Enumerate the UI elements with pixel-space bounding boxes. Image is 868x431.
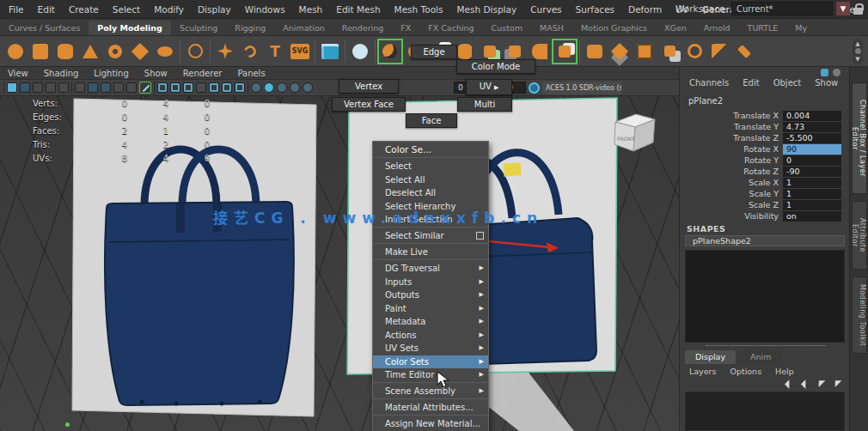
tab-display[interactable]: Display xyxy=(685,350,736,364)
wireframe-display-icon[interactable] xyxy=(251,82,261,93)
panel-menu-item[interactable]: View xyxy=(0,69,36,78)
channel-value-field[interactable]: -5.500 xyxy=(783,133,841,143)
marking-label-vertex-face[interactable]: Vertex Face xyxy=(332,97,406,112)
menu-item[interactable]: Surfaces xyxy=(569,0,621,19)
ui-table-icon[interactable] xyxy=(320,41,340,62)
context-menu-item[interactable]: Deselect All ▶ xyxy=(373,186,488,200)
boolean-icon[interactable] xyxy=(659,41,680,62)
context-menu-item[interactable]: Actions ▶ xyxy=(373,329,488,343)
channel-label[interactable]: Scale Z xyxy=(680,200,783,209)
poly-torus-icon[interactable] xyxy=(105,41,125,62)
poly-disc-icon[interactable] xyxy=(155,41,175,62)
tab-modeling-toolkit[interactable]: Modeling Toolkit xyxy=(852,276,867,354)
shape-channels-area[interactable] xyxy=(685,250,845,343)
workspace-dropdown-arrow-icon[interactable]: ▼ xyxy=(836,2,850,15)
menu-item[interactable]: Create xyxy=(62,0,106,19)
paint-select-icon[interactable] xyxy=(33,82,43,93)
fill-hole-icon[interactable] xyxy=(504,41,525,62)
channel-value-field[interactable]: -90 xyxy=(783,167,841,177)
context-menu-item[interactable]: Color Sets ▶ xyxy=(373,355,488,369)
channel-label[interactable]: Rotate Z xyxy=(680,167,783,176)
layer-list-area[interactable] xyxy=(685,392,845,431)
object-name[interactable]: pPlane2 xyxy=(688,96,723,106)
context-menu-item[interactable]: DG Traversal ▶ xyxy=(373,262,488,276)
snap-grid-icon[interactable] xyxy=(75,82,85,93)
panel-menu-item[interactable]: Renderer xyxy=(175,69,230,78)
panel-menu-item[interactable]: Lighting xyxy=(86,69,136,78)
layer-editor-menu-item[interactable]: Help xyxy=(769,367,800,376)
quadrangulate-icon[interactable] xyxy=(734,41,755,62)
node-editor-pane-icon[interactable] xyxy=(235,82,245,93)
platonic-solid-icon[interactable] xyxy=(185,41,205,62)
tab-channel-box-layer-editor[interactable]: Channel Box / Layer Editor xyxy=(852,82,867,194)
paint-vertex-color-icon[interactable] xyxy=(139,82,151,94)
shelf-tab[interactable]: XGen xyxy=(656,21,695,35)
two-pane-icon[interactable] xyxy=(170,82,180,93)
channel-value-field[interactable]: 0 xyxy=(783,155,841,166)
menu-item[interactable]: Windows xyxy=(238,0,292,19)
sculpt-tool-icon[interactable] xyxy=(350,41,370,62)
poly-cube-icon[interactable] xyxy=(30,41,51,62)
colorspace-label[interactable]: ACES 1.0 SDR-video (sRGB) xyxy=(542,82,621,94)
panel-menu-item[interactable]: Panels xyxy=(229,69,272,78)
shelf-scrollbar[interactable]: ▲ ▼ xyxy=(853,39,863,64)
context-menu-item[interactable]: Make Live ▶ xyxy=(373,246,488,260)
context-menu-item[interactable]: Material Attributes... ▶ xyxy=(373,401,488,416)
marking-label-face[interactable]: Face xyxy=(406,113,457,128)
lock-icon[interactable] xyxy=(853,3,863,15)
channel-value-field[interactable]: on xyxy=(783,211,841,222)
super-shape-icon[interactable] xyxy=(215,41,235,62)
curve-tool-icon[interactable] xyxy=(240,41,260,62)
menu-item[interactable]: Select xyxy=(106,0,147,19)
context-menu-item[interactable]: Assign New Material... ▶ xyxy=(373,417,488,431)
snap-plane-icon[interactable] xyxy=(113,82,124,93)
shelf-tab[interactable]: Custom xyxy=(483,21,531,35)
new-empty-layer-icon[interactable] xyxy=(785,379,795,389)
shelf-tab[interactable]: Curves / Surfaces xyxy=(0,21,89,35)
channel-value-field[interactable]: 1 xyxy=(783,178,841,188)
shelf-tab[interactable]: My xyxy=(786,21,816,35)
marking-label-multi[interactable]: Multi xyxy=(457,97,512,112)
pin-channel-box-icon[interactable] xyxy=(821,69,828,76)
channel-value-field[interactable]: 1 xyxy=(783,200,841,210)
shelf-tab[interactable]: Arnold xyxy=(695,21,739,35)
menu-item[interactable]: Deform xyxy=(621,0,669,19)
layer-editor-menu-item[interactable]: Layers xyxy=(683,367,722,376)
channel-label[interactable]: Scale X xyxy=(680,178,783,187)
channel-label[interactable]: Translate Z xyxy=(680,133,783,143)
append-polygon-icon[interactable] xyxy=(480,41,500,62)
type-tool-icon[interactable]: T xyxy=(265,41,285,62)
rotate-tool-icon[interactable] xyxy=(58,82,69,93)
channel-label[interactable]: Rotate Y xyxy=(680,155,783,165)
channel-box-menu-item[interactable]: Channels xyxy=(683,78,735,88)
option-box-icon[interactable] xyxy=(476,232,484,240)
marking-label-vertex[interactable]: Vertex xyxy=(339,79,399,94)
context-menu-item[interactable]: Paint ▶ xyxy=(373,302,488,316)
panel-splitter[interactable] xyxy=(706,345,826,346)
context-menu-item[interactable]: Outputs ▶ xyxy=(373,288,488,302)
textured-display-icon[interactable] xyxy=(277,82,287,93)
context-menu-item[interactable]: UV Sets ▶ xyxy=(373,342,488,355)
remesh-icon[interactable] xyxy=(684,41,705,62)
menu-item[interactable]: Modify xyxy=(147,0,191,19)
context-menu-item[interactable]: Select All ▶ xyxy=(373,173,488,187)
context-menu-item[interactable]: Time Editor ▶ xyxy=(373,368,488,383)
shelf-tab[interactable]: Sculpting xyxy=(171,21,226,35)
xray-display-icon[interactable] xyxy=(303,82,313,93)
context-menu-item[interactable]: Scene Assembly ▶ xyxy=(373,385,488,399)
menu-item[interactable]: Curves xyxy=(523,0,568,19)
shelf-tab[interactable]: FX xyxy=(392,21,419,35)
gear-icon[interactable] xyxy=(833,69,840,76)
select-tool-icon[interactable] xyxy=(7,82,17,93)
symmetry-icon[interactable] xyxy=(554,41,575,62)
move-tool-icon[interactable] xyxy=(46,82,56,93)
workspace-dropdown[interactable]: Current* xyxy=(731,2,833,15)
shape-node-row[interactable]: pPlaneShape2 xyxy=(685,235,845,246)
channel-value-field[interactable]: 4.73 xyxy=(783,122,841,132)
view-cube[interactable]: FRONT xyxy=(607,108,662,163)
channel-box-menu-item[interactable]: Show xyxy=(809,78,844,88)
single-pane-icon[interactable] xyxy=(157,82,168,93)
marking-label-uv[interactable]: UV▶ xyxy=(466,79,512,95)
color-management-icon[interactable] xyxy=(529,82,540,94)
panel-menu-item[interactable]: Shading xyxy=(36,69,87,78)
